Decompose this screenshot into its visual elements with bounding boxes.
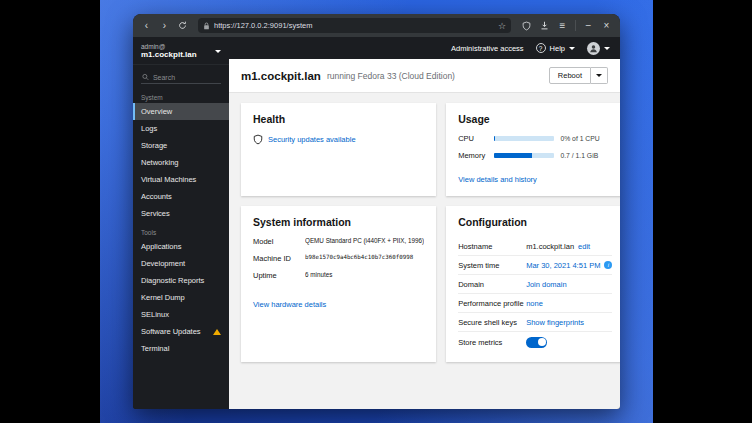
chevron-down-icon [604, 47, 610, 50]
close-button[interactable]: × [599, 18, 614, 33]
minimize-button[interactable]: − [581, 18, 596, 33]
browser-window: ‹ › https://127.0.0.2:9091/system ☆ ≡ − … [133, 14, 620, 409]
search-icon [142, 73, 149, 81]
model-row: Model QEMU Standard PC (i440FX + PIIX, 1… [253, 237, 424, 246]
sidebar-item-accounts[interactable]: Accounts [133, 188, 229, 205]
sidebar-item-terminal[interactable]: Terminal [133, 340, 229, 357]
memory-label: Memory [458, 151, 488, 160]
model-value: QEMU Standard PC (i440FX + PIIX, 1996) [305, 237, 424, 246]
show-fingerprints-link[interactable]: Show fingerprints [526, 318, 584, 327]
bookmark-star-icon[interactable]: ☆ [498, 21, 506, 31]
logged-in-user: admin@ [141, 43, 215, 50]
memory-usage-row: Memory 0.7 / 1.1 GiB [458, 151, 612, 160]
hostname-value: m1.cockpit.lan [526, 242, 574, 251]
edit-hostname-link[interactable]: edit [578, 242, 590, 251]
security-shield-icon[interactable] [519, 18, 534, 33]
sidebar-item-kernel-dump[interactable]: Kernel Dump [133, 289, 229, 306]
user-menu[interactable] [587, 42, 610, 55]
menu-icon[interactable]: ≡ [555, 18, 570, 33]
chevron-down-icon [569, 47, 575, 50]
search-input[interactable] [153, 74, 220, 81]
sidebar-item-selinux[interactable]: SELinux [133, 306, 229, 323]
configuration-card: Configuration Hostname m1.cockpit.lan ed… [446, 206, 620, 362]
performance-profile-link[interactable]: none [526, 299, 543, 308]
config-row-secure-shell-keys: Secure shell keys Show fingerprints [458, 313, 612, 332]
security-updates-link[interactable]: Security updates available [268, 135, 356, 144]
config-row-performance-profile: Performance profile none [458, 294, 612, 313]
refresh-button[interactable] [175, 18, 190, 33]
health-card: Health Security updates available [241, 103, 436, 196]
config-row-store-metrics: Store metrics [458, 332, 612, 352]
sidebar-item-software-updates[interactable]: Software Updates [133, 323, 229, 340]
view-hardware-details-link[interactable]: View hardware details [253, 300, 326, 309]
host-switcher-text: admin@ m1.cockpit.lan [141, 43, 215, 59]
uptime-value: 6 minutes [305, 271, 424, 280]
refresh-icon [178, 21, 187, 30]
sidebar-item-overview[interactable]: Overview [133, 103, 229, 120]
health-title: Health [253, 113, 424, 125]
configuration-title: Configuration [458, 216, 612, 228]
store-metrics-toggle[interactable] [526, 337, 547, 348]
warning-icon [213, 329, 221, 335]
help-label: Help [550, 44, 565, 53]
machine-id-label: Machine ID [253, 254, 305, 263]
main-area: Administrative access ? Help m1.cock [229, 37, 620, 409]
sidebar-item-logs[interactable]: Logs [133, 120, 229, 137]
cpu-progress-bar [494, 136, 554, 141]
cpu-label: CPU [458, 134, 488, 143]
sidebar-item-label: Software Updates [141, 327, 201, 336]
page-header: m1.cockpit.lan running Fedora 33 (Cloud … [229, 59, 620, 93]
section-label-tools: Tools [133, 222, 229, 238]
host-switcher[interactable]: admin@ m1.cockpit.lan [133, 37, 229, 65]
downloads-icon[interactable] [537, 18, 552, 33]
screen: ‹ › https://127.0.0.2:9091/system ☆ ≡ − … [0, 0, 752, 423]
sidebar: admin@ m1.cockpit.lan System Overview Lo… [133, 37, 229, 409]
sidebar-item-applications[interactable]: Applications [133, 238, 229, 255]
avatar [587, 42, 600, 55]
sidebar-item-networking[interactable]: Networking [133, 154, 229, 171]
config-row-domain: Domain Join domain [458, 275, 612, 294]
model-label: Model [253, 237, 305, 246]
system-information-title: System information [253, 216, 424, 228]
titlebar-separator [575, 20, 576, 31]
cpu-value: 0% of 1 CPU [560, 135, 612, 142]
uptime-label: Uptime [253, 271, 305, 280]
view-details-history-link[interactable]: View details and history [458, 175, 537, 184]
sidebar-item-services[interactable]: Services [133, 205, 229, 222]
machine-id-value: b98e1570c9a4bc6b4c10b7c360f0998 [305, 254, 424, 263]
hostname-label: Hostname [458, 242, 526, 251]
info-icon[interactable]: i [604, 261, 612, 269]
url-bar[interactable]: https://127.0.0.2:9091/system ☆ [198, 18, 511, 33]
cockpit-app: admin@ m1.cockpit.lan System Overview Lo… [133, 37, 620, 409]
sidebar-item-diagnostic-reports[interactable]: Diagnostic Reports [133, 272, 229, 289]
usage-card: Usage CPU 0% of 1 CPU Memory 0.7 / 1.1 G… [446, 103, 620, 196]
forward-button[interactable]: › [157, 18, 172, 33]
sidebar-item-development[interactable]: Development [133, 255, 229, 272]
content-grid: Health Security updates available Usage … [229, 93, 620, 409]
reboot-dropdown-toggle[interactable] [591, 67, 608, 84]
reboot-button[interactable]: Reboot [549, 67, 591, 84]
join-domain-link[interactable]: Join domain [526, 280, 566, 289]
usage-title: Usage [458, 113, 612, 125]
secure-shell-keys-label: Secure shell keys [458, 318, 526, 327]
sidebar-item-virtual-machines[interactable]: Virtual Machines [133, 171, 229, 188]
performance-profile-label: Performance profile [458, 299, 526, 308]
domain-label: Domain [458, 280, 526, 289]
system-time-link[interactable]: Mar 30, 2021 4:51 PM [526, 261, 600, 270]
chevron-down-icon [215, 50, 221, 53]
health-row: Security updates available [253, 134, 424, 145]
system-time-label: System time [458, 261, 526, 270]
help-menu[interactable]: ? Help [536, 43, 575, 53]
memory-progress-bar [494, 153, 554, 158]
page-title: m1.cockpit.lan [241, 70, 321, 82]
back-button[interactable]: ‹ [139, 18, 154, 33]
shield-glyph [522, 21, 531, 31]
cpu-progress-fill [494, 136, 495, 141]
user-icon [589, 44, 598, 53]
config-row-hostname: Hostname m1.cockpit.lan edit [458, 237, 612, 256]
administrative-access-button[interactable]: Administrative access [451, 44, 524, 53]
memory-value: 0.7 / 1.1 GiB [560, 152, 612, 159]
uptime-row: Uptime 6 minutes [253, 271, 424, 280]
sidebar-item-storage[interactable]: Storage [133, 137, 229, 154]
help-icon: ? [536, 43, 546, 53]
